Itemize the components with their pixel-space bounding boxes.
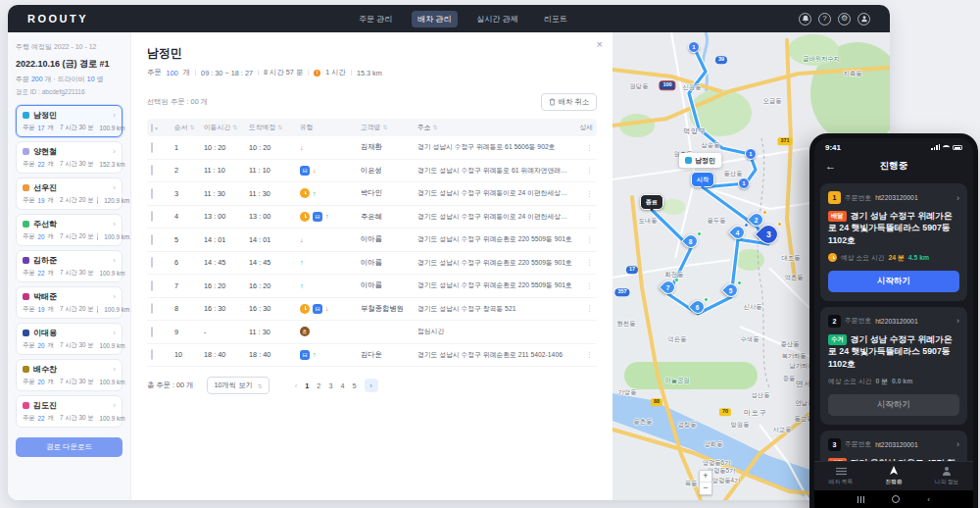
row-menu-icon[interactable]: ⋮	[586, 166, 593, 175]
row-menu-icon[interactable]: ⋮	[586, 350, 593, 359]
tab-in-progress[interactable]: 진행중	[867, 462, 920, 490]
route-marker[interactable]: 시작	[691, 172, 714, 187]
order-number-badge: 2	[828, 315, 841, 328]
home-icon[interactable]	[892, 495, 900, 503]
chevron-right-icon[interactable]: ›	[956, 193, 959, 203]
driver-name: 선우진	[33, 182, 57, 193]
road-number-badge: 357	[614, 288, 629, 296]
recent-apps-icon[interactable]	[858, 496, 865, 503]
prev-page-button[interactable]: ‹	[295, 381, 297, 390]
tab-my-info[interactable]: 나의 정보	[920, 462, 973, 490]
row-checkbox[interactable]	[151, 303, 153, 314]
row-menu-icon[interactable]: ⋮	[586, 235, 593, 244]
page-number[interactable]: 3	[328, 381, 332, 390]
driver-card[interactable]: 박태준 › 주문 19 개 7 시간 20 분 !	[16, 286, 122, 319]
order-card: 2 주문번호 ht2203120001 › 수거경기 성남 수정구 위례가온로 …	[820, 307, 967, 425]
driver-distance: 100.9 km	[100, 270, 125, 277]
map-place-label: 역촌동	[785, 274, 804, 282]
chevron-right-icon[interactable]: ›	[956, 316, 959, 326]
map-place-label: 서교동	[773, 426, 792, 434]
gear-icon[interactable]: ⚙	[838, 13, 851, 25]
select-all-checkbox[interactable]	[151, 124, 153, 132]
next-page-button[interactable]: ›	[365, 379, 378, 392]
driver-card[interactable]: 배수찬 › 주문 20 개 7 시간 30 분	[16, 359, 122, 391]
route-marker[interactable]: 7	[662, 280, 675, 294]
map-place-label: 등촌동	[634, 418, 653, 427]
row-menu-icon[interactable]: ⋮	[586, 281, 593, 290]
driver-name: 김도진	[33, 400, 57, 411]
route-marker[interactable]: 4	[731, 226, 745, 239]
route-download-button[interactable]: 경로 다운로드	[16, 437, 122, 457]
page-number[interactable]: 2	[317, 381, 320, 390]
android-back-icon[interactable]: ‹	[927, 495, 930, 504]
route-marker[interactable]: 1	[745, 148, 757, 160]
order-seq: 7	[174, 281, 204, 290]
page-size-select[interactable]: 10개씩 보기 ⇅	[207, 377, 269, 394]
row-checkbox[interactable]	[151, 280, 153, 291]
row-menu-icon[interactable]: ⋮	[586, 212, 593, 221]
cancel-dispatch-button[interactable]: 배차 취소	[541, 93, 597, 111]
row-checkbox[interactable]	[151, 327, 153, 337]
profile-icon[interactable]	[858, 13, 870, 25]
route-marker[interactable]: 1	[738, 178, 750, 189]
row-menu-icon[interactable]: ⋮	[586, 143, 593, 152]
driver-card[interactable]: 김도진 › 주문 22 개 7 시간 30 분	[16, 395, 122, 428]
row-menu-icon[interactable]: ⋮	[586, 189, 593, 198]
row-checkbox[interactable]	[151, 142, 153, 153]
delivery-arrow-icon: ↓	[313, 166, 317, 175]
route-marker[interactable]: 1	[688, 41, 700, 53]
row-checkbox[interactable]	[151, 188, 153, 199]
page-number[interactable]: 5	[353, 381, 357, 390]
row-menu-icon[interactable]: ⋮	[586, 304, 593, 313]
nav-icons: ? ⚙	[799, 13, 870, 25]
order-type-badge: 수거	[828, 334, 847, 345]
route-marker[interactable]: 종료	[640, 194, 663, 210]
map-place-label: 양평동4가	[712, 477, 741, 485]
close-icon[interactable]: ×	[597, 38, 603, 50]
warn-time: 1 시간	[325, 68, 346, 77]
chevron-right-icon: ›	[113, 256, 116, 265]
start-button[interactable]: 시작하기	[828, 271, 959, 292]
zoom-in-button[interactable]: +	[700, 471, 711, 483]
driver-distance: 100.9 km	[104, 306, 129, 313]
chevron-right-icon: ›	[113, 111, 116, 120]
tab-dispatch-list[interactable]: 배차 목록	[814, 462, 867, 490]
nav-menu-item[interactable]: 배차 관리	[412, 11, 457, 27]
page-number[interactable]: 4	[340, 381, 344, 390]
driver-name: 김하준	[33, 255, 57, 266]
start-button[interactable]: 시작하기	[828, 394, 959, 416]
help-icon[interactable]: ?	[818, 13, 831, 25]
zoom-out-button[interactable]: −	[700, 483, 711, 494]
row-menu-icon[interactable]: ⋮	[586, 258, 593, 267]
move-time: -	[204, 328, 249, 336]
row-checkbox[interactable]	[151, 165, 153, 176]
back-icon[interactable]: ←	[825, 160, 836, 172]
row-checkbox[interactable]	[151, 349, 153, 360]
nav-menu-item[interactable]: 실시간 관제	[471, 11, 524, 27]
driver-detail-panel: × 남정민 주문 100 개 09 : 30 ~ 18 : 27 8 시간 57…	[131, 32, 612, 500]
route-marker[interactable]: 8	[684, 234, 698, 248]
driver-card[interactable]: 선우진 › 주문 19 개 2 시간 20 분 !	[16, 178, 122, 210]
route-marker[interactable]: 5	[724, 283, 738, 297]
row-checkbox[interactable]	[151, 211, 153, 222]
warning-icon: !	[97, 197, 99, 204]
delay-clock-icon	[300, 212, 310, 222]
row-checkbox[interactable]	[151, 234, 153, 245]
driver-name: 박태준	[33, 291, 57, 302]
route-marker[interactable]: 3	[759, 225, 778, 244]
row-checkbox[interactable]	[151, 257, 153, 268]
driver-card[interactable]: 양현철 › 주문 22 개 7 시간 30 분	[16, 141, 122, 174]
chevron-right-icon[interactable]: ›	[956, 439, 959, 449]
page-number[interactable]: 1	[305, 381, 309, 390]
bell-icon[interactable]	[799, 13, 811, 25]
driver-card[interactable]: 주선학 › 주문 20 개 7 시간 20 분 !	[16, 214, 122, 246]
app-body: 주행 예정일 2022 - 10 - 12 2022.10.16 (금) 경로 …	[8, 32, 890, 500]
nav-menu-item[interactable]: 주문 관리	[353, 11, 398, 27]
nav-menu-item[interactable]: 리포트	[538, 11, 573, 27]
time-range: 09 : 30 ~ 18 : 27	[201, 69, 253, 77]
route-marker[interactable]: 6	[691, 300, 705, 314]
driver-card[interactable]: 김하준 › 주문 22 개 7 시간 30 분	[16, 250, 122, 282]
move-time: 14 : 45	[204, 258, 249, 267]
driver-card[interactable]: 남정민 › 주문 17 개 7 시간 30 분	[16, 105, 122, 137]
driver-card[interactable]: 이대용 › 주문 20 개 7 시간 30 분	[16, 323, 122, 355]
